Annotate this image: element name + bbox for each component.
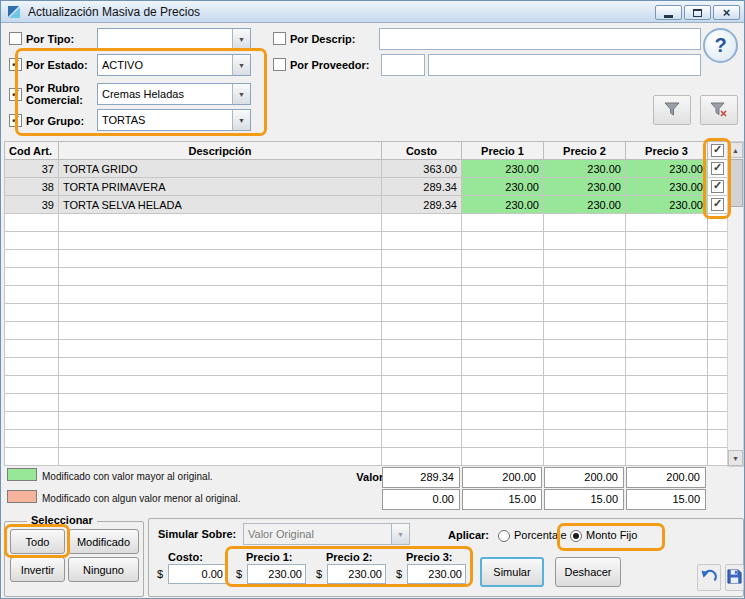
help-button[interactable]: ? bbox=[703, 28, 738, 63]
close-button[interactable]: × bbox=[713, 5, 740, 20]
close-icon: × bbox=[723, 6, 731, 19]
empty-row bbox=[5, 214, 728, 232]
chevron-down-icon[interactable]: ▼ bbox=[232, 84, 250, 104]
cell-desc: TORTA SELVA HELADA bbox=[59, 196, 382, 214]
estado-combo[interactable]: ACTIVO ▼ bbox=[97, 54, 251, 76]
scroll-up-button[interactable]: ▲ bbox=[728, 142, 743, 158]
arrow-down-icon: ▼ bbox=[732, 455, 739, 462]
chevron-down-icon[interactable]: ▼ bbox=[232, 110, 250, 130]
legend-green-text: Modificado con valor mayor al original. bbox=[42, 471, 213, 482]
empty-row bbox=[5, 250, 728, 268]
original-precio3: 200.00 bbox=[626, 467, 706, 488]
empty-row bbox=[5, 394, 728, 412]
currency-symbol: $ bbox=[316, 568, 322, 580]
row-select-cell: ✓ bbox=[708, 196, 728, 214]
monto-fijo-radio[interactable] bbox=[570, 530, 582, 542]
cell-precio3: 230.00 bbox=[626, 196, 708, 214]
selection-group-title: Seleccionar bbox=[27, 514, 97, 526]
legend-pink-swatch bbox=[7, 490, 37, 503]
monto-fijo-radio-label[interactable]: Monto Fijo bbox=[586, 529, 637, 541]
variation-costo: 0.00 bbox=[382, 489, 460, 510]
empty-row bbox=[5, 448, 728, 466]
proveedor-name-input[interactable] bbox=[428, 54, 701, 76]
scroll-down-button[interactable]: ▼ bbox=[728, 450, 743, 466]
col-header-precio3[interactable]: Precio 3 bbox=[626, 142, 708, 160]
tipo-label: Por Tipo: bbox=[26, 33, 74, 45]
empty-row bbox=[5, 340, 728, 358]
todo-button[interactable]: Todo bbox=[10, 529, 65, 554]
vertical-scrollbar[interactable]: ▲ ▼ bbox=[727, 141, 744, 467]
apply-filter-button[interactable] bbox=[700, 95, 738, 125]
arrow-up-icon: ▲ bbox=[732, 147, 739, 154]
simular-sobre-label: Simular Sobre: bbox=[158, 528, 236, 540]
rubro-label-line2: Comercial: bbox=[26, 94, 83, 106]
original-costo: 289.34 bbox=[382, 467, 460, 488]
table-row[interactable]: 39 TORTA SELVA HELADA 289.34 230.00 230.… bbox=[5, 196, 728, 214]
cell-precio1: 230.00 bbox=[462, 160, 544, 178]
select-all-checkbox[interactable]: ✓ bbox=[711, 144, 724, 157]
question-icon: ? bbox=[714, 34, 726, 57]
aplicar-label: Aplicar: bbox=[448, 529, 489, 541]
filter-button[interactable] bbox=[653, 95, 691, 125]
col-header-select: ✓ bbox=[708, 142, 728, 160]
porcentaje-radio-label[interactable]: Porcentaje bbox=[514, 529, 567, 541]
grupo-combo[interactable]: TORTAS ▼ bbox=[97, 109, 251, 131]
grupo-checkbox[interactable]: ✓ bbox=[9, 114, 22, 127]
ninguno-button[interactable]: Ninguno bbox=[68, 557, 139, 582]
descrip-input[interactable] bbox=[379, 28, 701, 50]
invertir-button[interactable]: Invertir bbox=[10, 557, 65, 582]
precio2-input[interactable] bbox=[327, 564, 386, 584]
rubro-checkbox[interactable]: ✓ bbox=[9, 88, 22, 101]
title-bar[interactable]: Actualización Masiva de Precios bbox=[1, 1, 744, 23]
legend-green-swatch bbox=[7, 468, 37, 481]
chevron-down-icon[interactable]: ▼ bbox=[232, 29, 250, 49]
proveedor-label: Por Proveedor: bbox=[290, 59, 369, 71]
cell-cod: 39 bbox=[5, 196, 59, 214]
costo-label: Costo: bbox=[168, 551, 203, 563]
col-header-precio1[interactable]: Precio 1 bbox=[462, 142, 544, 160]
col-header-descripcion[interactable]: Descripción bbox=[59, 142, 382, 160]
proveedor-code-input[interactable] bbox=[381, 54, 425, 76]
deshacer-button[interactable]: Deshacer bbox=[555, 557, 621, 587]
table-row[interactable]: 37 TORTA GRIDO 363.00 230.00 230.00 230.… bbox=[5, 160, 728, 178]
table-row[interactable]: 38 TORTA PRIMAVERA 289.34 230.00 230.00 … bbox=[5, 178, 728, 196]
simular-button[interactable]: Simular bbox=[480, 557, 544, 587]
floppy-disk-icon bbox=[727, 569, 742, 586]
porcentaje-radio[interactable] bbox=[498, 530, 510, 542]
simular-sobre-combo[interactable]: Valor Original ▼ bbox=[243, 523, 410, 545]
row-checkbox[interactable]: ✓ bbox=[711, 162, 724, 175]
row-checkbox[interactable]: ✓ bbox=[711, 198, 724, 211]
modificado-button[interactable]: Modificado bbox=[68, 529, 139, 554]
col-header-cod[interactable]: Cod Art. bbox=[5, 142, 59, 160]
chevron-down-icon[interactable]: ▼ bbox=[232, 55, 250, 75]
variation-precio2: 15.00 bbox=[544, 489, 624, 510]
funnel-check-icon bbox=[710, 100, 728, 120]
descrip-checkbox[interactable] bbox=[273, 32, 286, 45]
costo-input[interactable] bbox=[168, 564, 227, 584]
empty-row bbox=[5, 286, 728, 304]
original-precio1: 200.00 bbox=[462, 467, 542, 488]
minimize-button[interactable] bbox=[655, 5, 682, 20]
tipo-checkbox[interactable] bbox=[9, 32, 22, 45]
rubro-label-line1: Por Rubro bbox=[26, 82, 80, 94]
precio1-input[interactable] bbox=[247, 564, 306, 584]
cell-precio2: 230.00 bbox=[544, 178, 626, 196]
col-header-precio2[interactable]: Precio 2 bbox=[544, 142, 626, 160]
col-header-costo[interactable]: Costo bbox=[382, 142, 462, 160]
estado-checkbox[interactable]: ✓ bbox=[9, 58, 22, 71]
row-select-cell: ✓ bbox=[708, 178, 728, 196]
currency-symbol: $ bbox=[157, 568, 163, 580]
maximize-button[interactable] bbox=[684, 5, 711, 20]
cell-costo: 289.34 bbox=[382, 196, 462, 214]
scrollbar-thumb[interactable] bbox=[728, 159, 743, 207]
currency-symbol: $ bbox=[236, 568, 242, 580]
cell-precio2: 230.00 bbox=[544, 196, 626, 214]
proveedor-checkbox[interactable] bbox=[273, 58, 286, 71]
precio3-input[interactable] bbox=[407, 564, 466, 584]
variation-precio1: 15.00 bbox=[462, 489, 542, 510]
tipo-combo[interactable]: ▼ bbox=[97, 28, 251, 50]
undo-button[interactable] bbox=[697, 564, 721, 591]
rubro-combo[interactable]: Cremas Heladas ▼ bbox=[97, 83, 251, 105]
row-checkbox[interactable]: ✓ bbox=[711, 180, 724, 193]
save-button[interactable] bbox=[725, 564, 744, 591]
